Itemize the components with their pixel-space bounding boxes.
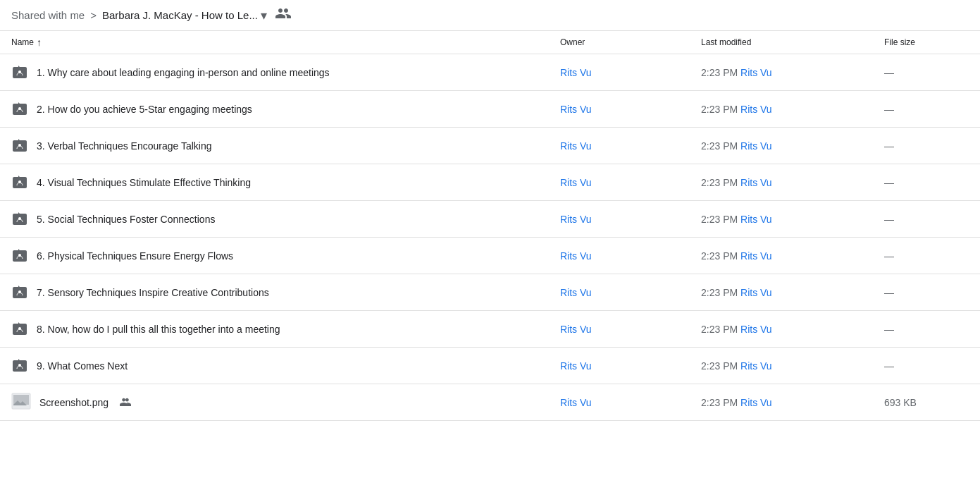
file-name-cell: 5. Social Techniques Foster Connections [11,211,560,227]
file-size: — [884,140,969,152]
file-list: 1. Why care about leading engaging in-pe… [0,54,980,421]
modified-by[interactable]: Rits Vu [740,214,772,225]
file-owner[interactable]: Rits Vu [560,104,701,115]
column-header-name[interactable]: Name ↑ [11,37,560,48]
modified-by[interactable]: Rits Vu [740,140,772,152]
file-name-cell: Screenshot.png [11,393,560,412]
file-name-cell: 6. Physical Techniques Ensure Energy Flo… [11,247,560,264]
file-name-cell: 4. Visual Techniques Stimulate Effective… [11,174,560,190]
modified-by[interactable]: Rits Vu [740,67,772,78]
sort-asc-icon: ↑ [37,37,42,48]
modified-time: 2:23 PM [701,214,740,225]
file-modified: 2:23 PM Rits Vu [701,287,884,298]
file-modified: 2:23 PM Rits Vu [701,360,884,372]
file-owner[interactable]: Rits Vu [560,324,701,335]
file-size: — [884,67,969,78]
image-file-icon [11,393,31,412]
folder-shared-icon [11,64,28,80]
modified-by[interactable]: Rits Vu [740,397,772,408]
table-row[interactable]: 3. Verbal Techniques Encourage TalkingRi… [0,128,980,164]
file-size: — [884,324,969,335]
file-owner[interactable]: Rits Vu [560,360,701,372]
table-row[interactable]: 4. Visual Techniques Stimulate Effective… [0,164,980,201]
folder-shared-icon [11,247,28,264]
file-name: 3. Verbal Techniques Encourage Talking [37,140,212,152]
modified-time: 2:23 PM [701,250,740,262]
file-owner[interactable]: Rits Vu [560,177,701,188]
file-name-cell: 8. Now, how do I pull this all this toge… [11,321,560,337]
file-name: 5. Social Techniques Foster Connections [37,214,215,225]
file-name-cell: 3. Verbal Techniques Encourage Talking [11,137,560,154]
file-owner[interactable]: Rits Vu [560,397,701,408]
file-name-cell: 9. What Comes Next [11,357,560,374]
file-modified: 2:23 PM Rits Vu [701,324,884,335]
folder-shared-icon [11,137,28,154]
breadcrumb-bar: Shared with me > Barbara J. MacKay - How… [0,0,980,31]
modified-time: 2:23 PM [701,140,740,152]
breadcrumb-folder-name[interactable]: Barbara J. MacKay - How to Le... [102,9,258,21]
file-name: 4. Visual Techniques Stimulate Effective… [37,177,251,188]
folder-shared-icon [11,357,28,374]
table-header: Name ↑ Owner Last modified File size [0,31,980,54]
file-modified: 2:23 PM Rits Vu [701,104,884,115]
table-row[interactable]: 7. Sensory Techniques Inspire Creative C… [0,274,980,311]
file-owner[interactable]: Rits Vu [560,214,701,225]
file-owner[interactable]: Rits Vu [560,250,701,262]
modified-by[interactable]: Rits Vu [740,287,772,298]
column-header-owner: Owner [560,37,701,47]
folder-shared-icon [11,321,28,337]
modified-time: 2:23 PM [701,360,740,372]
table-row[interactable]: 2. How do you achieve 5-Star engaging me… [0,91,980,128]
file-name: Screenshot.png [39,397,108,408]
modified-by[interactable]: Rits Vu [740,324,772,335]
modified-by[interactable]: Rits Vu [740,250,772,262]
file-owner[interactable]: Rits Vu [560,67,701,78]
modified-time: 2:23 PM [701,287,740,298]
file-size: — [884,104,969,115]
file-size: — [884,360,969,372]
table-row[interactable]: 9. What Comes NextRits Vu2:23 PM Rits Vu… [0,348,980,384]
table-row[interactable]: 1. Why care about leading engaging in-pe… [0,54,980,91]
folder-shared-icon [11,101,28,117]
breadcrumb-current-folder: Barbara J. MacKay - How to Le... ▾ [102,8,267,23]
modified-time: 2:23 PM [701,67,740,78]
file-size: 693 KB [884,397,969,408]
modified-by[interactable]: Rits Vu [740,360,772,372]
file-size: — [884,250,969,262]
column-header-last-modified: Last modified [701,37,884,47]
file-name: 7. Sensory Techniques Inspire Creative C… [37,287,269,298]
modified-by[interactable]: Rits Vu [740,177,772,188]
chevron-down-icon[interactable]: ▾ [261,8,267,23]
modified-time: 2:23 PM [701,397,740,408]
table-row[interactable]: 5. Social Techniques Foster ConnectionsR… [0,201,980,238]
file-modified: 2:23 PM Rits Vu [701,250,884,262]
file-name-cell: 1. Why care about leading engaging in-pe… [11,64,560,80]
shared-icon [120,397,131,408]
modified-time: 2:23 PM [701,104,740,115]
file-modified: 2:23 PM Rits Vu [701,67,884,78]
file-name: 6. Physical Techniques Ensure Energy Flo… [37,250,233,262]
table-row[interactable]: 8. Now, how do I pull this all this toge… [0,311,980,348]
file-owner[interactable]: Rits Vu [560,140,701,152]
file-name: 9. What Comes Next [37,360,128,372]
breadcrumb-separator: > [90,9,97,21]
file-modified: 2:23 PM Rits Vu [701,140,884,152]
file-name: 1. Why care about leading engaging in-pe… [37,67,330,78]
breadcrumb-shared-with-me[interactable]: Shared with me [11,9,85,21]
table-row[interactable]: Screenshot.png Rits Vu2:23 PM Rits Vu693… [0,384,980,421]
file-size: — [884,287,969,298]
folder-shared-icon [11,211,28,227]
modified-time: 2:23 PM [701,324,740,335]
file-owner[interactable]: Rits Vu [560,287,701,298]
folder-shared-icon [11,284,28,300]
file-name: 2. How do you achieve 5-Star engaging me… [37,104,252,115]
file-modified: 2:23 PM Rits Vu [701,177,884,188]
file-size: — [884,214,969,225]
file-name-cell: 2. How do you achieve 5-Star engaging me… [11,101,560,117]
table-row[interactable]: 6. Physical Techniques Ensure Energy Flo… [0,238,980,274]
column-header-file-size: File size [884,37,969,47]
modified-time: 2:23 PM [701,177,740,188]
file-name-cell: 7. Sensory Techniques Inspire Creative C… [11,284,560,300]
people-icon[interactable] [275,7,291,23]
modified-by[interactable]: Rits Vu [740,104,772,115]
